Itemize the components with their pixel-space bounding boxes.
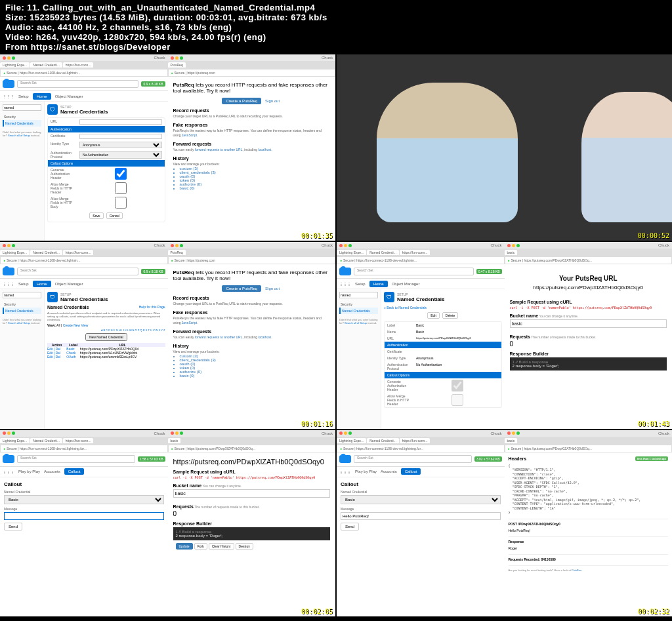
time-badge: less than 1 second ago [635, 456, 668, 461]
thumbnail-grid: Chuck Lightning Expe...Named Credenti...… [0, 54, 672, 616]
fork-button[interactable]: Fork [194, 543, 207, 550]
identity-type-select[interactable]: Anonymous [79, 142, 162, 148]
update-button[interactable]: Update [176, 543, 193, 550]
bucket-name-input[interactable] [510, 319, 667, 328]
delete-button[interactable]: Delete [442, 312, 458, 319]
auth-protocol-select[interactable]: No Authentication [79, 151, 162, 159]
thumbnail-4: Chuck Lightning Expe...Named Credenti...… [337, 242, 672, 428]
destroy-button[interactable]: Destroy [236, 543, 253, 550]
cancel-button[interactable]: Cancel [106, 212, 123, 219]
thumbnail-6: Chuck Lightning Expe...Named Credenti...… [337, 430, 672, 616]
sidebar-search[interactable] [3, 104, 41, 111]
save-button[interactable]: Save [89, 212, 103, 219]
headers-json: { "VERSION": "HTTP/1.1", "CONNECTION": "… [509, 464, 669, 515]
salesforce-logo[interactable] [3, 80, 14, 88]
person-left [377, 83, 518, 222]
thumbnail-1: Chuck Lightning Expe...Named Credenti...… [0, 54, 335, 241]
signout-link[interactable]: Sign out [264, 98, 281, 104]
edit-button[interactable]: Edit [427, 312, 440, 319]
new-credential-button[interactable]: New Named Credential [85, 333, 127, 341]
shield-icon: 🛡 [47, 104, 58, 115]
url-input[interactable] [79, 119, 162, 125]
lock-icon: ● [3, 71, 5, 75]
sidebar-named-credentials[interactable]: Named Credentials [3, 120, 41, 127]
nav-tabs[interactable]: ⋮⋮⋮SetupHomeObject Manager [0, 91, 168, 102]
file-metadata: File: 11. Calling_out_with_an_Unauthenti… [0, 0, 672, 54]
create-putsreq-button[interactable]: Create a PutsReq [222, 98, 261, 104]
thumbnail-5: Chuck Lightning Expe...Named Credenti...… [0, 430, 335, 616]
message-input[interactable] [4, 512, 164, 520]
code-editor[interactable]: 1 // Build a response 2 response.body = … [510, 357, 667, 371]
sidebar-security[interactable]: Security [3, 113, 41, 120]
named-credential-select[interactable]: Basic [4, 495, 164, 504]
perf-badge: 0.9 s 8.18 KB [141, 81, 165, 87]
thumbnail-3: Chuck Lightning Expe...Named Credenti...… [0, 242, 335, 428]
url-bar[interactable]: ●Secure | https://fun-connect-1108-dev-e… [0, 69, 168, 77]
thumbnail-2-video: 00:00:52 [337, 54, 672, 241]
search-input[interactable]: Search Set [17, 80, 138, 88]
clear-history-button[interactable]: Clear History [209, 543, 234, 550]
message-input[interactable] [341, 512, 501, 520]
back-link[interactable]: « Back to Named Credentials [384, 306, 427, 310]
person-right [581, 92, 672, 222]
send-button[interactable]: Send [341, 523, 359, 531]
send-button[interactable]: Send [4, 523, 22, 531]
browser-tabs[interactable]: Lightning Expe...Named Credenti...https:… [0, 61, 168, 69]
